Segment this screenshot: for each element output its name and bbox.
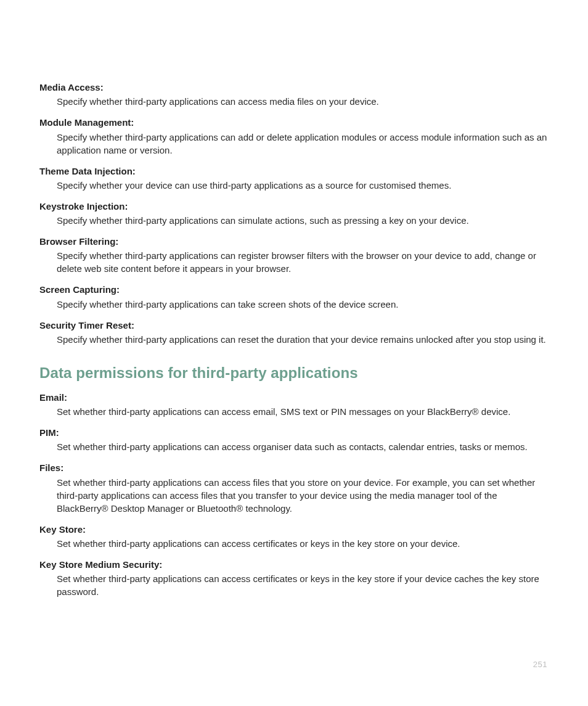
page-number: 251 bbox=[533, 660, 547, 669]
definition-term: Files: bbox=[39, 462, 549, 474]
definition-description: Set whether third-party applications can… bbox=[39, 572, 549, 598]
list-item: Key Store Medium Security: Set whether t… bbox=[39, 559, 549, 598]
definition-term: Key Store Medium Security: bbox=[39, 559, 549, 571]
definition-description: Set whether third-party applications can… bbox=[39, 405, 549, 418]
document-page: Media Access: Specify whether third-part… bbox=[0, 0, 588, 706]
list-item: Files: Set whether third-party applicati… bbox=[39, 462, 549, 514]
definition-description: Specify whether third-party applications… bbox=[39, 298, 549, 311]
definition-description: Specify whether third-party applications… bbox=[39, 333, 549, 346]
definition-term: Module Management: bbox=[39, 117, 549, 129]
definition-description: Specify whether third-party applications… bbox=[39, 249, 549, 275]
list-item: Keystroke Injection: Specify whether thi… bbox=[39, 200, 549, 227]
definition-term: Email: bbox=[39, 392, 549, 404]
list-item: Security Timer Reset: Specify whether th… bbox=[39, 319, 549, 346]
interaction-permissions-list: Media Access: Specify whether third-part… bbox=[39, 81, 549, 346]
definition-description: Set whether third-party applications can… bbox=[39, 440, 549, 453]
list-item: Email: Set whether third-party applicati… bbox=[39, 392, 549, 418]
definition-description: Specify whether your device can use thir… bbox=[39, 179, 549, 192]
list-item: Module Management: Specify whether third… bbox=[39, 117, 549, 156]
definition-term: Media Access: bbox=[39, 81, 549, 94]
definition-term: Key Store: bbox=[39, 523, 549, 536]
definition-description: Set whether third-party applications can… bbox=[39, 537, 549, 550]
definition-description: Specify whether third-party applications… bbox=[39, 214, 549, 227]
list-item: Media Access: Specify whether third-part… bbox=[39, 81, 549, 108]
definition-description: Specify whether third-party applications… bbox=[39, 95, 549, 108]
definition-term: Keystroke Injection: bbox=[39, 200, 549, 213]
list-item: Browser Filtering: Specify whether third… bbox=[39, 236, 549, 275]
definition-term: Theme Data Injection: bbox=[39, 165, 549, 178]
list-item: Theme Data Injection: Specify whether yo… bbox=[39, 165, 549, 192]
list-item: Screen Capturing: Specify whether third-… bbox=[39, 284, 549, 310]
definition-description: Specify whether third-party applications… bbox=[39, 131, 549, 157]
definition-term: PIM: bbox=[39, 427, 549, 439]
definition-term: Screen Capturing: bbox=[39, 284, 549, 296]
definition-term: Security Timer Reset: bbox=[39, 319, 549, 332]
section-heading: Data permissions for third-party applica… bbox=[39, 364, 549, 382]
definition-term: Browser Filtering: bbox=[39, 236, 549, 248]
list-item: PIM: Set whether third-party application… bbox=[39, 427, 549, 453]
definition-description: Set whether third-party applications can… bbox=[39, 476, 549, 515]
list-item: Key Store: Set whether third-party appli… bbox=[39, 523, 549, 550]
data-permissions-list: Email: Set whether third-party applicati… bbox=[39, 392, 549, 598]
